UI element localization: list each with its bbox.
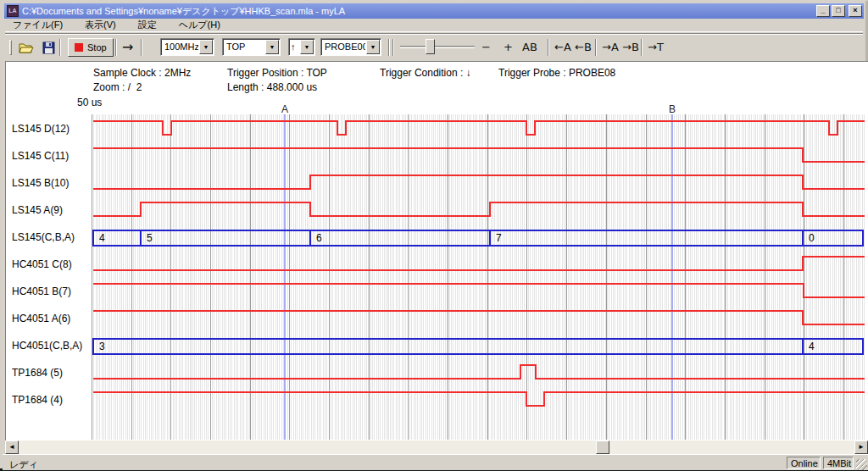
signal-label[interactable]: HC4051 B(7) xyxy=(12,285,71,297)
zoom-info: Zoom : / 2 xyxy=(93,81,142,93)
dropdown-arrow-icon[interactable]: ▼ xyxy=(265,40,279,54)
digital-trace xyxy=(93,365,865,379)
signal-label[interactable]: HC4051 C(8) xyxy=(12,258,72,270)
signal-label[interactable]: LS145 C(11) xyxy=(12,150,69,162)
toolbar-grip[interactable] xyxy=(9,40,12,55)
bus-value: 4 xyxy=(99,232,105,244)
signal-label[interactable]: TP1684 (4) xyxy=(12,394,63,406)
scrollbar-thumb[interactable] xyxy=(596,441,609,454)
sample-clock-combo[interactable]: 100MHz ▼ xyxy=(160,38,214,56)
scroll-left-button[interactable]: ◄ xyxy=(5,441,19,454)
toolbar-separator xyxy=(115,39,117,56)
bus-value: 4 xyxy=(809,341,815,352)
goto-trigger-button[interactable]: →T xyxy=(648,41,664,53)
digital-trace xyxy=(93,121,865,135)
sample-clock-info: Sample Clock : 2MHz xyxy=(93,67,191,79)
set-marker-a-button[interactable]: →A xyxy=(602,41,619,53)
bus-value: 7 xyxy=(496,232,502,244)
app-window: LA C:¥Documents and Settings¥noname¥デスクト… xyxy=(0,0,868,468)
goto-marker-a-button[interactable]: ←A xyxy=(554,41,571,53)
digital-trace xyxy=(93,175,865,189)
trigger-edge-combo[interactable]: ↑ ▼ xyxy=(288,38,315,56)
set-marker-b-button[interactable]: →B xyxy=(622,41,639,53)
toolbar-separator xyxy=(641,39,643,56)
signal-label[interactable]: LS145 A(9) xyxy=(12,204,63,216)
stop-square-icon xyxy=(75,43,83,52)
close-button[interactable]: × xyxy=(849,5,862,17)
window-title: C:¥Documents and Settings¥noname¥デスクトップ¥… xyxy=(22,5,816,18)
status-ready-text: レディ xyxy=(9,458,38,471)
toolbar-separator xyxy=(548,39,549,56)
toolbar-separator xyxy=(595,39,597,56)
trigger-position-combo[interactable]: TOP ▼ xyxy=(222,38,281,56)
toolbar-separator xyxy=(392,39,394,56)
stop-button[interactable]: Stop xyxy=(68,38,114,57)
zoom-slider-handle[interactable] xyxy=(426,39,435,54)
status-bar: レディ Online 4MBit xyxy=(3,454,868,470)
minimize-button[interactable]: _ xyxy=(816,5,830,17)
dropdown-arrow-icon[interactable]: ▼ xyxy=(199,40,213,54)
trigger-condition-info: Trigger Condition : ↓ xyxy=(380,67,471,79)
signal-label[interactable]: LS145 B(10) xyxy=(12,177,69,189)
trigger-position-info: Trigger Position : TOP xyxy=(227,67,327,79)
timebase-label: 50 us xyxy=(77,97,102,108)
bus-box xyxy=(93,230,863,246)
resize-grip-icon[interactable] xyxy=(856,459,867,470)
menu-settings[interactable]: 設定 xyxy=(131,18,164,32)
open-file-button[interactable] xyxy=(17,38,36,57)
toolbar: Stop → 100MHz ▼ TOP ▼ ↑ ▼ PROBE00 ▼ xyxy=(5,33,863,60)
signal-label[interactable]: HC4051 A(6) xyxy=(12,313,70,324)
toolbar-separator xyxy=(141,39,142,56)
goto-marker-b-button[interactable]: ←B xyxy=(575,41,592,53)
sample-clock-value: 100MHz xyxy=(161,39,198,55)
open-folder-icon xyxy=(19,42,34,54)
waveform-grid[interactable]: 4567034 xyxy=(92,114,865,440)
menu-file[interactable]: ファイル(F) xyxy=(5,18,70,32)
scroll-right-button[interactable]: ► xyxy=(854,441,868,454)
trigger-position-value: TOP xyxy=(223,39,264,55)
digital-trace xyxy=(93,202,865,216)
signal-label[interactable]: HC4051(C,B,A) xyxy=(12,340,82,352)
app-icon: LA xyxy=(7,5,19,17)
signal-label[interactable]: LS145(C,B,A) xyxy=(12,231,75,243)
stop-label: Stop xyxy=(87,42,107,53)
menu-bar: ファイル(F) 表示(V) 設定 ヘルプ(H) xyxy=(5,19,863,32)
signal-label[interactable]: TP1684 (5) xyxy=(12,367,63,379)
menu-help[interactable]: ヘルプ(H) xyxy=(171,18,228,32)
maximize-button[interactable]: □ xyxy=(832,5,845,17)
dropdown-arrow-icon[interactable]: ▼ xyxy=(300,40,314,54)
status-memory-badge: 4MBit xyxy=(823,457,854,469)
floppy-disk-icon xyxy=(42,42,55,54)
marker-A-label: A xyxy=(281,103,288,115)
digital-trace xyxy=(93,257,865,270)
toolbar-separator xyxy=(59,39,61,56)
waveform-plot: 4567034 xyxy=(92,114,865,440)
probe-combo[interactable]: PROBE00 ▼ xyxy=(320,38,381,56)
dropdown-arrow-icon[interactable]: ▼ xyxy=(366,40,380,54)
zoom-out-button[interactable]: − xyxy=(481,41,491,53)
bus-value: 3 xyxy=(99,341,105,352)
digital-trace xyxy=(93,284,865,297)
zoom-in-button[interactable]: + xyxy=(504,41,513,53)
menu-view[interactable]: 表示(V) xyxy=(77,18,124,32)
digital-trace xyxy=(93,148,865,162)
toolbar-separator xyxy=(388,39,390,56)
bus-value: 0 xyxy=(809,232,815,244)
ab-button[interactable]: AB xyxy=(522,41,537,53)
signal-label[interactable]: LS145 D(12) xyxy=(12,123,70,135)
marker-B-label: B xyxy=(669,103,676,115)
save-button[interactable] xyxy=(39,38,58,57)
bus-box xyxy=(93,339,863,354)
status-online-badge: Online xyxy=(787,457,821,469)
run-arrow-button[interactable]: → xyxy=(122,39,133,55)
title-bar[interactable]: LA C:¥Documents and Settings¥noname¥デスクト… xyxy=(4,3,864,19)
digital-trace xyxy=(93,311,865,324)
horizontal-scrollbar[interactable]: ◄ ► xyxy=(5,441,868,454)
length-info: Length : 488.000 us xyxy=(227,81,317,93)
digital-trace xyxy=(93,392,865,406)
bus-value: 6 xyxy=(316,232,322,244)
desktop: LA C:¥Documents and Settings¥noname¥デスクト… xyxy=(0,0,868,471)
trigger-edge-value: ↑ xyxy=(289,39,299,55)
zoom-slider-track[interactable] xyxy=(400,46,475,48)
probe-value: PROBE00 xyxy=(321,39,365,55)
